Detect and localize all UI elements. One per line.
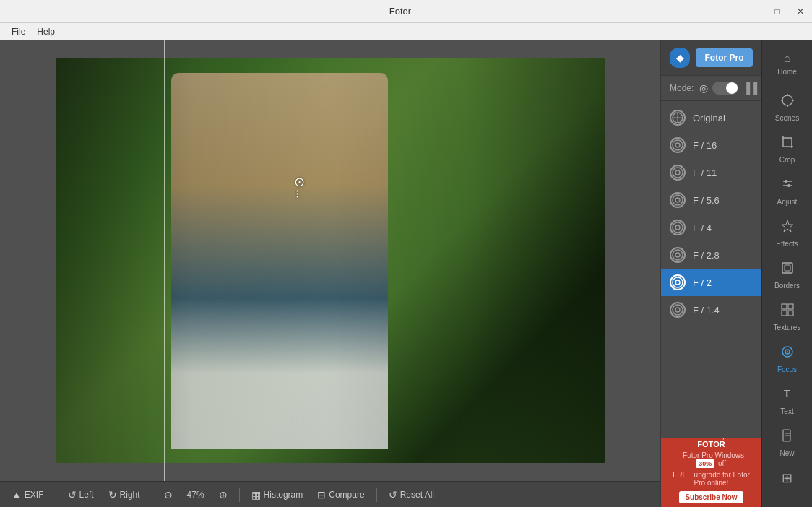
- rotate-right-icon: ↻: [108, 489, 117, 500]
- svg-point-13: [673, 277, 683, 287]
- focus-item-icon: [670, 165, 686, 181]
- focus-list: OriginalF / 16F / 11F / 5.6F / 4F / 2.8F…: [661, 101, 761, 438]
- ad-banner: NEW YEAR , NEW FOTOR - Fotor Pro Windows…: [661, 438, 761, 507]
- exif-icon: ▲: [12, 489, 22, 500]
- mode-toggle[interactable]: [712, 82, 738, 95]
- borders-label: Borders: [774, 282, 800, 290]
- focus-item-label: Original: [693, 113, 725, 124]
- canvas-container[interactable]: [0, 40, 660, 481]
- minimize-button[interactable]: —: [743, 0, 766, 23]
- effects-label: Effects: [776, 240, 798, 248]
- close-button[interactable]: ✕: [789, 0, 812, 23]
- svg-point-10: [675, 225, 680, 230]
- home-icon: ⌂: [784, 52, 791, 65]
- svg-point-3: [673, 140, 683, 150]
- svg-rect-28: [785, 265, 790, 271]
- focus-control-dot[interactable]: [294, 174, 308, 203]
- focus-item-icon: [670, 247, 686, 263]
- focus-label: Focus: [777, 365, 797, 373]
- svg-rect-32: [788, 311, 793, 316]
- zoom-out-icon: ⊖: [164, 489, 173, 500]
- textures-label: Textures: [774, 324, 801, 332]
- focus-item-f16[interactable]: F / 16: [661, 131, 761, 159]
- new-label: New: [779, 449, 794, 457]
- exif-button[interactable]: ▲ EXIF: [6, 486, 50, 503]
- mode-circle-icon[interactable]: ◎: [699, 82, 708, 94]
- focus-item-icon: [670, 137, 686, 153]
- ad-title: NEW YEAR , NEW FOTOR: [667, 438, 756, 448]
- focus-item-label: F / 1.4: [693, 305, 720, 316]
- svg-point-25: [787, 184, 790, 187]
- tool-textures-button[interactable]: Textures: [766, 297, 809, 337]
- zoom-out-button[interactable]: ⊖: [158, 486, 178, 503]
- focus-item-icon: [670, 302, 686, 318]
- export-icon: ⊞: [782, 470, 792, 486]
- maximize-button[interactable]: □: [766, 0, 789, 23]
- tool-text-button[interactable]: T Text: [766, 381, 809, 421]
- mode-icons: ◎ ▐▐▐: [699, 82, 761, 95]
- mode-row: Mode: ◎ ▐▐▐: [661, 76, 761, 101]
- tool-adjust-button[interactable]: Adjust: [766, 171, 809, 212]
- svg-point-35: [787, 351, 788, 352]
- mode-label: Mode:: [670, 83, 694, 93]
- svg-point-6: [675, 170, 680, 175]
- tool-effects-button[interactable]: Effects: [766, 213, 809, 254]
- separator-1: [56, 488, 56, 502]
- menu-bar: File Help: [0, 23, 812, 40]
- svg-point-12: [675, 253, 680, 257]
- rotate-right-button[interactable]: ↻ Right: [103, 486, 146, 503]
- file-menu[interactable]: File: [6, 25, 31, 38]
- ad-line2: FREE upgrade for Fotor Pro online!: [667, 471, 756, 487]
- export-button[interactable]: ⊞: [766, 464, 809, 492]
- focus-item-icon: [670, 192, 686, 208]
- effects-icon: [780, 219, 795, 237]
- subscribe-button[interactable]: Subscribe Now: [679, 491, 743, 503]
- histogram-icon: ▦: [251, 489, 261, 500]
- tool-borders-button[interactable]: Borders: [766, 255, 809, 295]
- window-controls[interactable]: — □ ✕: [743, 0, 812, 23]
- options-panel: ◆ Fotor Pro Mode: ◎ ▐▐▐ OriginalF / 16F …: [660, 40, 761, 507]
- focus-item-f4[interactable]: F / 4: [661, 214, 761, 241]
- rotate-left-button[interactable]: ↺ Left: [62, 486, 100, 503]
- focus-item-f56[interactable]: F / 5.6: [661, 186, 761, 214]
- focus-item-label: F / 16: [693, 140, 717, 151]
- svg-point-9: [673, 222, 683, 233]
- focus-item-label: F / 2.8: [693, 250, 720, 261]
- histogram-button[interactable]: ▦ Histogram: [246, 486, 309, 503]
- compare-icon: ⊟: [317, 489, 326, 500]
- pro-badge-icon: ◆: [670, 48, 690, 68]
- new-icon: [780, 428, 795, 446]
- crop-icon: [780, 135, 795, 153]
- reset-button[interactable]: ↺ Reset All: [383, 486, 440, 503]
- tool-focus-button[interactable]: Focus: [766, 339, 809, 379]
- canvas-area: ▲ EXIF ↺ Left ↻ Right ⊖ 47% ⊕ ▦: [0, 40, 660, 507]
- fotor-pro-button[interactable]: Fotor Pro: [696, 48, 753, 67]
- zoom-in-button[interactable]: ⊕: [213, 486, 233, 503]
- tool-scenes-button[interactable]: Scenes: [766, 87, 809, 128]
- tool-buttons-container: Scenes Crop Adjust Effects Borders Textu…: [766, 87, 809, 493]
- tool-crop-button[interactable]: Crop: [766, 129, 809, 170]
- home-button[interactable]: ⌂ Home: [766, 46, 809, 82]
- svg-point-14: [675, 280, 680, 285]
- focus-item-original[interactable]: Original: [661, 104, 761, 131]
- focus-item-f28[interactable]: F / 2.8: [661, 241, 761, 269]
- focus-item-f14[interactable]: F / 1.4: [661, 296, 761, 324]
- scenes-icon: [780, 93, 795, 111]
- focus-item-f2[interactable]: F / 2: [661, 269, 761, 296]
- textures-icon: [780, 303, 795, 321]
- compare-button[interactable]: ⊟ Compare: [311, 486, 370, 503]
- crop-label: Crop: [779, 156, 795, 164]
- svg-point-17: [782, 95, 792, 105]
- focus-item-label: F / 4: [693, 222, 712, 233]
- svg-point-23: [785, 180, 787, 183]
- text-icon: T: [780, 386, 795, 404]
- tool-new-button[interactable]: New: [766, 422, 809, 463]
- adjust-icon: [780, 177, 795, 195]
- help-menu[interactable]: Help: [31, 25, 61, 38]
- svg-rect-37: [782, 399, 793, 399]
- mode-bar-icon[interactable]: ▐▐▐: [743, 82, 761, 94]
- scenes-label: Scenes: [775, 114, 799, 122]
- text-label: Text: [780, 407, 793, 415]
- photo-canvas[interactable]: [56, 58, 605, 463]
- focus-item-f11[interactable]: F / 11: [661, 159, 761, 186]
